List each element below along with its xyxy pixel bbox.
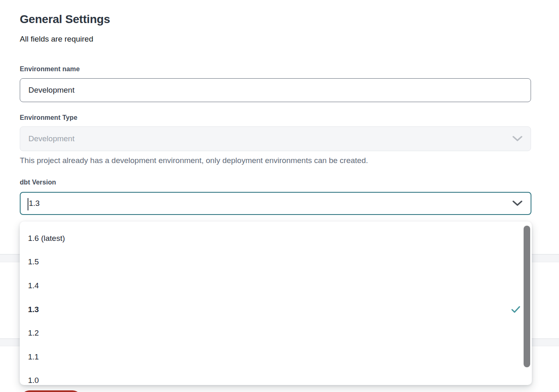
page-title: General Settings: [20, 13, 110, 26]
dropdown-scrollbar[interactable]: [524, 226, 530, 367]
environment-name-input[interactable]: [20, 78, 531, 102]
option-label: 1.6 (latest): [28, 234, 515, 243]
option-label: 1.1: [28, 352, 515, 362]
option-label: 1.0: [28, 376, 515, 385]
option-label: 1.3: [28, 305, 511, 314]
dropdown-option[interactable]: 1.0: [20, 369, 532, 385]
dbt-version-label: dbt Version: [20, 179, 56, 186]
dbt-version-combobox[interactable]: 1.3: [20, 192, 531, 215]
dropdown-option-selected[interactable]: 1.3: [20, 298, 532, 322]
dropdown-option[interactable]: 1.1: [20, 345, 532, 369]
environment-type-select: Development: [20, 126, 531, 151]
dropdown-option[interactable]: 1.6 (latest): [20, 226, 532, 250]
option-label: 1.2: [28, 329, 515, 338]
page-subtitle: All fields are required: [20, 35, 93, 44]
general-settings-form: General Settings All fields are required…: [0, 0, 559, 392]
environment-type-value: Development: [28, 134, 512, 143]
dropdown-option[interactable]: 1.2: [20, 321, 532, 345]
option-label: 1.4: [28, 281, 515, 290]
dbt-version-value: 1.3: [29, 199, 512, 208]
option-label: 1.5: [28, 257, 515, 266]
dbt-version-dropdown: 1.6 (latest) 1.5 1.4 1.3 1.2 1.1 1.0: [20, 222, 532, 385]
chevron-down-icon: [512, 136, 522, 142]
text-cursor: [28, 198, 28, 210]
environment-type-helper: This project already has a development e…: [20, 156, 368, 165]
environment-name-label: Environment name: [20, 65, 80, 73]
check-icon: [511, 306, 520, 313]
chevron-down-icon[interactable]: [512, 201, 522, 206]
dropdown-option[interactable]: 1.5: [20, 250, 532, 274]
environment-type-label: Environment Type: [20, 114, 77, 121]
dropdown-option[interactable]: 1.4: [20, 274, 532, 298]
